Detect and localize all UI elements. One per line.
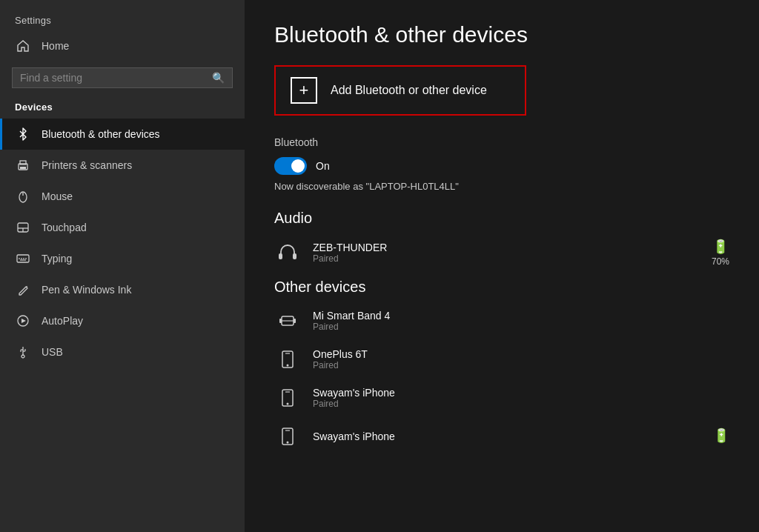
zeb-thunder-name: ZEB-THUNDER [313,242,712,253]
swayam-iphone1-name: Swayam's iPhone [313,387,729,399]
sidebar-item-autoplay[interactable]: AutoPlay [0,305,245,336]
battery-icon: 🔋 [712,239,729,255]
swayam-iphone1-info: Swayam's iPhone Paired [313,387,729,409]
phone-icon-swayam2 [274,423,301,450]
audio-device-zeb[interactable]: ZEB-THUNDER Paired 🔋 70% [274,239,729,267]
search-icon: 🔍 [212,72,225,84]
add-device-label: Add Bluetooth or other device [331,84,487,97]
bluetooth-toggle-row: On [274,157,729,175]
touchpad-icon [15,219,31,236]
sidebar-item-touchpad[interactable]: Touchpad [0,212,245,243]
discoverable-text: Now discoverable as "LAPTOP-HL0TL4LL" [274,181,729,192]
pen-icon [15,282,31,298]
usb-icon [15,344,31,360]
svg-rect-2 [20,167,26,169]
autoplay-icon [15,313,31,329]
mi-band-status: Paired [313,322,729,332]
app-title: Settings [0,7,245,30]
bluetooth-section-title: Bluetooth [274,136,729,148]
other-devices-section-title: Other devices [274,279,729,296]
oneplus-status: Paired [313,360,729,370]
svg-rect-22 [279,253,282,259]
phone-icon-swayam1 [274,385,301,411]
printer-icon [15,157,31,173]
device-swayam-iphone-2[interactable]: Swayam's iPhone 🔋 [274,423,729,450]
bluetooth-icon [15,126,31,142]
sidebar-item-bluetooth-label: Bluetooth & other devices [42,128,160,140]
search-input[interactable] [20,72,212,84]
sidebar-item-printers[interactable]: Printers & scanners [0,150,245,181]
band-icon [274,307,301,334]
add-device-button[interactable]: + Add Bluetooth or other device [274,65,526,116]
typing-icon [15,250,31,267]
swayam-iphone2-battery: 🔋 [713,428,729,445]
sidebar-item-usb[interactable]: USB [0,336,245,368]
headphones-icon [274,239,301,266]
sidebar-item-mouse[interactable]: Mouse [0,181,245,212]
oneplus-info: OnePlus 6T Paired [313,348,729,370]
mi-band-name: Mi Smart Band 4 [313,310,729,322]
sidebar-item-typing[interactable]: Typing [0,243,245,274]
sidebar-item-home-label: Home [42,40,69,52]
svg-point-32 [287,403,289,405]
swayam-iphone2-info: Swayam's iPhone [313,430,713,442]
device-swayam-iphone-1[interactable]: Swayam's iPhone Paired [274,385,729,411]
svg-rect-23 [293,253,296,259]
battery-percent: 70% [712,256,729,267]
plus-icon: + [291,77,317,104]
svg-rect-8 [17,255,29,262]
device-oneplus[interactable]: OnePlus 6T Paired [274,346,729,373]
svg-rect-27 [294,319,296,323]
sidebar-item-usb-label: USB [42,346,63,358]
battery-icon-2: 🔋 [713,428,729,444]
swayam-iphone2-name: Swayam's iPhone [313,430,713,442]
audio-section-title: Audio [274,210,729,227]
svg-point-35 [287,442,289,444]
zeb-thunder-battery: 🔋 70% [712,239,729,267]
bluetooth-toggle[interactable] [274,157,307,175]
zeb-thunder-info: ZEB-THUNDER Paired [313,242,712,264]
svg-marker-15 [21,319,26,323]
sidebar: Settings Home 🔍 Devices Bluetooth & othe… [0,0,245,532]
svg-point-29 [287,365,289,367]
page-title: Bluetooth & other devices [274,22,729,47]
mouse-icon [15,188,31,205]
mi-band-info: Mi Smart Band 4 Paired [313,310,729,332]
oneplus-name: OnePlus 6T [313,348,729,360]
sidebar-search-box[interactable]: 🔍 [12,67,233,88]
sidebar-item-bluetooth[interactable]: Bluetooth & other devices [0,119,245,150]
sidebar-item-touchpad-label: Touchpad [42,222,87,233]
svg-point-17 [21,355,24,358]
phone-icon-oneplus [274,346,301,373]
home-icon [15,38,31,54]
sidebar-item-printers-label: Printers & scanners [42,159,132,171]
sidebar-item-pen[interactable]: Pen & Windows Ink [0,274,245,305]
sidebar-item-mouse-label: Mouse [42,190,73,202]
sidebar-section-label: Devices [0,99,245,119]
sidebar-item-home[interactable]: Home [0,30,245,61]
bluetooth-toggle-label: On [316,160,330,172]
swayam-iphone1-status: Paired [313,399,729,409]
sidebar-item-typing-label: Typing [42,253,72,265]
main-content: Bluetooth & other devices + Add Bluetoot… [245,0,759,532]
device-mi-band[interactable]: Mi Smart Band 4 Paired [274,307,729,334]
sidebar-item-autoplay-label: AutoPlay [42,315,83,327]
svg-rect-26 [279,319,282,323]
sidebar-item-pen-label: Pen & Windows Ink [42,284,131,296]
zeb-thunder-status: Paired [313,253,712,264]
